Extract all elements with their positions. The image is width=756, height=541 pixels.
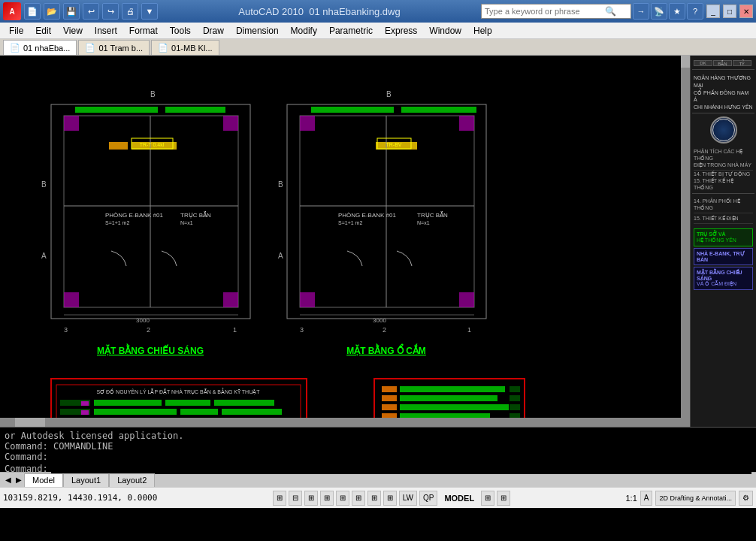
layout-tab-model[interactable]: Model — [24, 473, 63, 487]
menu-dimension[interactable]: Dimension — [230, 24, 285, 38]
menu-file[interactable]: File — [3, 24, 29, 38]
menubar: File Edit View Insert Format Tools Draw … — [0, 23, 756, 39]
search-go-button[interactable]: → — [633, 3, 649, 20]
svg-text:A: A — [278, 252, 283, 260]
menu-express[interactable]: Express — [379, 24, 423, 38]
svg-rect-9 — [64, 116, 79, 131]
svg-rect-30 — [401, 107, 476, 113]
svg-rect-96 — [382, 386, 397, 392]
cmdline-output-3: Command: — [5, 452, 751, 462]
menu-format[interactable]: Format — [123, 24, 164, 38]
svg-rect-101 — [400, 404, 509, 410]
comm-center-button[interactable]: 📡 — [651, 3, 667, 20]
horizontal-scrollbar[interactable] — [0, 418, 681, 427]
menu-modify[interactable]: Modify — [285, 24, 323, 38]
svg-text:3: 3 — [64, 326, 68, 334]
scale-display: 1:1 — [625, 494, 637, 503]
svg-rect-4 — [165, 107, 225, 113]
search-icon[interactable]: 🔍 — [605, 6, 616, 17]
osnap-button[interactable]: ⊞ — [336, 491, 349, 506]
ducs-button[interactable]: ⊞ — [367, 491, 381, 506]
close-button[interactable]: ✕ — [739, 5, 753, 18]
svg-rect-63 — [180, 409, 218, 415]
menu-draw[interactable]: Draw — [197, 24, 230, 38]
help-button[interactable]: ? — [687, 3, 703, 20]
tab-icon-2: 📄 — [158, 43, 168, 53]
annotation-button[interactable]: A — [640, 491, 653, 506]
search-input[interactable] — [485, 7, 605, 16]
svg-text:1: 1 — [467, 326, 471, 334]
svg-text:2: 2 — [383, 326, 386, 334]
layout-tabs-row: ◀ ▶ Model Layout1 Layout2 — [0, 472, 756, 487]
svg-rect-3 — [75, 107, 158, 113]
svg-rect-29 — [311, 107, 394, 113]
save-button[interactable]: 💾 — [63, 3, 80, 20]
search-box[interactable]: 🔍 — [481, 4, 631, 19]
layout-tab-layout2[interactable]: Layout2 — [109, 473, 155, 487]
snap-button[interactable]: ⊞ — [273, 491, 286, 506]
svg-text:MẶT BẰNG Ổ CẮM: MẶT BẰNG Ổ CẮM — [346, 343, 426, 356]
undo-button[interactable]: ↩ — [83, 3, 99, 20]
lw-button[interactable]: LW — [399, 491, 417, 506]
layout-nav-prev[interactable]: ◀ — [3, 476, 14, 484]
tab-label-1: 01 Tram b... — [98, 44, 143, 53]
menu-help[interactable]: Help — [467, 24, 498, 38]
tab-icon-0: 📄 — [10, 43, 20, 53]
svg-rect-58 — [94, 400, 162, 406]
tab-01-tramb[interactable]: 📄 01 Tram b... — [78, 40, 150, 55]
app-logo: A — [3, 2, 21, 20]
svg-text:3000: 3000 — [373, 317, 386, 324]
polar-button[interactable]: ⊞ — [320, 491, 334, 506]
svg-rect-6 — [109, 142, 128, 150]
viewport-button[interactable]: ⊞ — [497, 491, 510, 506]
menu-edit[interactable]: Edit — [29, 24, 57, 38]
svg-text:N=x1: N=x1 — [180, 220, 193, 225]
dropdown-button[interactable]: ▼ — [141, 3, 158, 20]
menu-parametric[interactable]: Parametric — [323, 24, 379, 38]
svg-rect-90 — [81, 410, 89, 415]
svg-rect-62 — [94, 409, 177, 415]
dyn-button[interactable]: ⊞ — [383, 491, 397, 506]
ortho-button[interactable]: ⊞ — [304, 491, 318, 506]
redo-button[interactable]: ↪ — [102, 3, 119, 20]
titlebar-title: AutoCAD 2010 01 nhaEbanking.dwg — [238, 6, 400, 17]
open-button[interactable]: 📂 — [44, 3, 60, 20]
fav-button[interactable]: ★ — [669, 3, 685, 20]
svg-text:3: 3 — [300, 326, 304, 334]
right-panel: DK BẮN TỶ NGÂN HÀNG THƯƠNG MẠI CỔ PHẦN Đ… — [690, 56, 756, 427]
qp-button[interactable]: QP — [419, 491, 437, 506]
svg-text:B: B — [150, 90, 156, 98]
menu-window[interactable]: Window — [423, 24, 467, 38]
layout-tab-layout1[interactable]: Layout1 — [63, 473, 109, 487]
tab-01-nhaba[interactable]: 📄 01 nhaEba... — [3, 40, 77, 55]
menu-view[interactable]: View — [57, 24, 89, 38]
svg-text:SƠ ĐỒ NGUYÊN LÝ LẮP ĐẶT NHÀ TR: SƠ ĐỒ NGUYÊN LÝ LẮP ĐẶT NHÀ TRỤC BẮN & B… — [96, 388, 260, 395]
tab-label-0: 01 nhaEba... — [23, 44, 70, 53]
workspace-button[interactable]: 2D Drafting & Annotati... — [655, 491, 736, 506]
svg-rect-89 — [81, 401, 89, 406]
tab-01-mbkl[interactable]: 📄 01-MB Kl... — [151, 40, 219, 55]
svg-rect-37 — [459, 292, 474, 307]
maximize-button[interactable]: □ — [723, 5, 736, 18]
canvas-area[interactable]: PHÒNG E-BANK #01 S=1+1 m2 TRỤC BẮN N=x1 … — [0, 56, 690, 427]
svg-text:B: B — [41, 180, 47, 189]
grid-button[interactable]: ⊟ — [289, 491, 302, 506]
statusbar: 103159.8219, 14430.1914, 0.0000 ⊞ ⊟ ⊞ ⊞ … — [0, 487, 756, 508]
layout-nav-next[interactable]: ▶ — [14, 476, 24, 484]
new-button[interactable]: 📄 — [24, 3, 41, 20]
menu-insert[interactable]: Insert — [89, 24, 123, 38]
menu-tools[interactable]: Tools — [164, 24, 197, 38]
minimize-button[interactable]: _ — [706, 5, 720, 18]
model-toggle[interactable]: ⊞ — [481, 491, 494, 506]
svg-rect-98 — [382, 395, 397, 401]
svg-rect-116 — [510, 386, 520, 392]
settings-button[interactable]: ⚙ — [739, 491, 753, 506]
titlebar-right: 🔍 → 📡 ★ ? _ □ ✕ — [481, 3, 753, 20]
cmdline-input[interactable] — [51, 464, 751, 474]
svg-text:MẶT BẰNG CHIẾU SÁNG: MẶT BẰNG CHIẾU SÁNG — [97, 343, 204, 356]
cmdline-output-2: Command: COMMANDLINE — [5, 441, 751, 452]
svg-rect-64 — [222, 409, 282, 415]
otrack-button[interactable]: ⊞ — [352, 491, 365, 506]
vertical-scrollbar[interactable] — [681, 56, 690, 427]
print-button[interactable]: 🖨 — [122, 3, 138, 20]
